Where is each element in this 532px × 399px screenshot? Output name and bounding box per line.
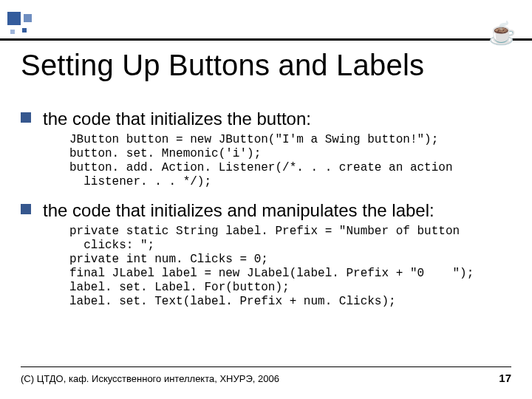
bullet-square-icon (21, 204, 31, 214)
code-block: private static String label. Prefix = "N… (69, 225, 517, 309)
slide-title: Setting Up Buttons and Labels (21, 49, 511, 82)
bullet-item: the code that initializes the button: (21, 108, 517, 130)
bullet-text: the code that initializes and manipulate… (43, 200, 434, 222)
bullet-item: the code that initializes and manipulate… (21, 200, 517, 222)
slide-footer: (С) ЦТДО, каф. Искусственного интеллекта… (21, 366, 511, 384)
bullet-text: the code that initializes the button: (43, 108, 311, 130)
bullet-square-icon (21, 112, 31, 123)
footer-page-number: 17 (499, 372, 511, 384)
slide-content: the code that initializes the button: JB… (21, 108, 517, 319)
header-decoration: ☕ (0, 12, 532, 41)
header-rule (0, 38, 532, 41)
footer-copyright: (С) ЦТДО, каф. Искусственного интеллекта… (21, 373, 279, 384)
code-block: JButton button = new JButton("I'm a Swin… (69, 133, 517, 189)
java-logo-icon: ☕ (485, 18, 519, 49)
